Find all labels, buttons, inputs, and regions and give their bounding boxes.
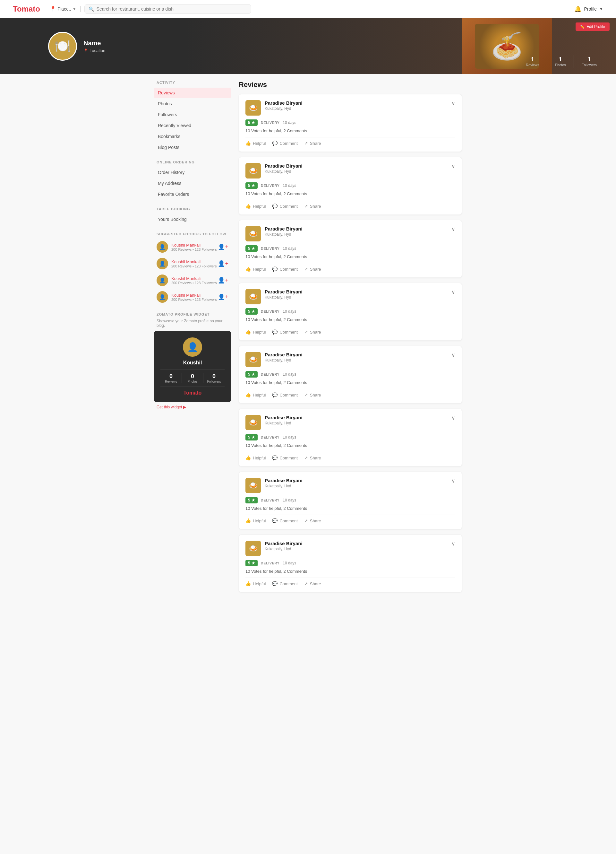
helpful-button[interactable]: 👍 Helpful — [245, 140, 266, 146]
comment-button[interactable]: 💬Comment — [272, 204, 297, 209]
restaurant-name: Paradise Biryani — [265, 352, 452, 357]
delivery-tag: DELIVERY — [261, 498, 280, 502]
comment-label: Comment — [280, 204, 297, 209]
followers-nav-label: Followers — [158, 112, 177, 117]
sidebar-item-recently-viewed[interactable]: Recently Viewed — [154, 120, 231, 131]
sidebar-item-bookmarks[interactable]: Bookmarks — [154, 131, 231, 142]
widget-photos-stat: 0 Photos — [182, 373, 204, 383]
review-days: 10 days — [283, 498, 296, 502]
sidebar-item-my-address[interactable]: My Address — [154, 178, 231, 188]
share-button[interactable]: ↗Share — [304, 518, 321, 523]
sidebar-item-blog-posts[interactable]: Blog Posts — [154, 142, 231, 152]
review-actions: 👍Helpful 💬Comment ↗Share — [245, 326, 455, 334]
chevron-down-icon[interactable]: ∨ — [452, 352, 455, 358]
get-widget-link[interactable]: Get this widget ▶ — [154, 405, 231, 409]
foodie-stats: 200 Reviews • 123 Followers — [171, 264, 217, 268]
follow-button[interactable]: 👤+ — [218, 277, 228, 284]
chevron-down-icon[interactable]: ∨ — [452, 415, 455, 421]
table-row: 🍛 Paradise Biryani Kukatpally, Hyd ∨ 5 D… — [239, 346, 462, 404]
share-label: Share — [310, 456, 321, 461]
review-days: 10 days — [283, 309, 296, 314]
search-input[interactable] — [97, 6, 247, 12]
restaurant-name: Paradise Biryani — [265, 289, 452, 294]
comment-button[interactable]: 💬 Comment — [272, 140, 297, 146]
sidebar-item-favorite-orders[interactable]: Favorite Orders — [154, 189, 231, 199]
share-button[interactable]: ↗Share — [304, 329, 321, 334]
profile-stats: 1 Reviews 1 Photos 1 Followers — [526, 55, 597, 68]
review-votes: 10 Votes for helpful, 2 Comments — [245, 380, 455, 385]
foodie-name: Koushil Mankali — [171, 243, 217, 247]
helpful-button[interactable]: 👍Helpful — [245, 392, 266, 398]
share-button[interactable]: ↗Share — [304, 392, 321, 398]
comment-button[interactable]: 💬Comment — [272, 329, 297, 334]
thumbs-up-icon: 👍 — [245, 140, 251, 146]
sidebar-item-followers[interactable]: Followers — [154, 110, 231, 120]
avatar: 👤 — [157, 258, 168, 269]
chevron-down-icon[interactable]: ∨ — [452, 478, 455, 484]
share-button[interactable]: ↗Share — [304, 204, 321, 209]
comment-icon: 💬 — [272, 392, 278, 398]
header-profile[interactable]: 🔔 Profile ▼ — [574, 5, 603, 12]
comment-button[interactable]: 💬Comment — [272, 392, 297, 398]
review-days: 10 days — [283, 435, 296, 439]
restaurant-avatar: 🍛 — [245, 289, 261, 304]
comment-button[interactable]: 💬Comment — [272, 455, 297, 461]
avatar: 🍽️ — [48, 32, 77, 61]
review-votes: 10 Votes for helpful, 2 Comments — [245, 443, 455, 448]
review-meta: 5 DELIVERY 10 days — [245, 308, 455, 315]
restaurant-avatar: 🍛 — [245, 163, 261, 178]
follow-button[interactable]: 👤+ — [218, 293, 228, 300]
delivery-tag: DELIVERY — [261, 310, 280, 313]
restaurant-avatar: 🍛 — [245, 415, 261, 430]
review-header: 🍛 Paradise Biryani Kukatpally, Hyd ∨ — [245, 541, 455, 556]
my-address-label: My Address — [158, 181, 181, 186]
chevron-down-icon[interactable]: ∨ — [452, 226, 455, 232]
thumbs-up-icon: 👍 — [245, 204, 251, 209]
follow-button[interactable]: 👤+ — [218, 260, 228, 267]
delivery-tag: DELIVERY — [261, 372, 280, 376]
edit-profile-button[interactable]: Edit Profile — [576, 23, 610, 31]
review-meta: 5 DELIVERY 10 days — [245, 497, 455, 503]
chevron-down-icon[interactable]: ∨ — [452, 289, 455, 295]
helpful-button[interactable]: 👍Helpful — [245, 204, 266, 209]
chevron-down-icon[interactable]: ∨ — [452, 541, 455, 547]
table-row: 🍛 Paradise Biryani Kukatpally, Hyd ∨ 5 D… — [239, 535, 462, 592]
helpful-label: Helpful — [253, 456, 266, 461]
comment-button[interactable]: 💬Comment — [272, 518, 297, 523]
chevron-down-icon[interactable]: ∨ — [452, 163, 455, 169]
comment-label: Comment — [280, 581, 297, 586]
chevron-down-icon[interactable]: ∨ — [452, 100, 455, 106]
share-button[interactable]: ↗Share — [304, 455, 321, 461]
sidebar-item-reviews[interactable]: Reviews — [154, 88, 231, 98]
suggested-foodies-section: SUGGESTED FOODIES TO FOLLOW 👤 Koushil Ma… — [154, 232, 231, 305]
helpful-button[interactable]: 👍Helpful — [245, 518, 266, 523]
followers-stat: 1 Followers — [582, 56, 597, 67]
helpful-button[interactable]: 👍Helpful — [245, 329, 266, 334]
review-actions: 👍Helpful 💬Comment ↗Share — [245, 515, 455, 523]
restaurant-avatar: 🍛 — [245, 100, 261, 116]
activity-section: ACTIVITY Reviews Photos Followers Recent… — [154, 81, 231, 152]
helpful-button[interactable]: 👍Helpful — [245, 267, 266, 271]
comment-button[interactable]: 💬Comment — [272, 581, 297, 586]
helpful-button[interactable]: 👍Helpful — [245, 581, 266, 586]
follow-button[interactable]: 👤+ — [218, 243, 228, 250]
sidebar-item-photos[interactable]: Photos — [154, 99, 231, 109]
share-button[interactable]: ↗Share — [304, 267, 321, 271]
sidebar-item-yours-booking[interactable]: Yours Booking — [154, 214, 231, 224]
restaurant-name: Paradise Biryani — [265, 541, 452, 546]
search-bar[interactable]: 🔍 — [84, 4, 251, 14]
widget-followers-stat: 0 Followers — [204, 373, 225, 383]
pin-icon: 📍 — [50, 6, 56, 12]
widget-photos-count: 0 — [182, 373, 203, 380]
share-button[interactable]: ↗Share — [304, 581, 321, 586]
helpful-button[interactable]: 👍Helpful — [245, 455, 266, 461]
bell-icon[interactable]: 🔔 — [574, 5, 581, 12]
share-button[interactable]: ↗ Share — [304, 140, 321, 146]
comment-button[interactable]: 💬Comment — [272, 267, 297, 271]
logo[interactable]: Tomato — [13, 5, 40, 14]
thumbs-up-icon: 👍 — [245, 329, 251, 334]
location-selector[interactable]: 📍 Place.. ▼ — [50, 6, 81, 12]
review-header: 🍛 Paradise Biryani Kukatpally, Hyd ∨ — [245, 415, 455, 430]
sidebar-item-order-history[interactable]: Order History — [154, 167, 231, 178]
restaurant-info: Paradise Biryani Kukatpally, Hyd — [265, 163, 452, 174]
